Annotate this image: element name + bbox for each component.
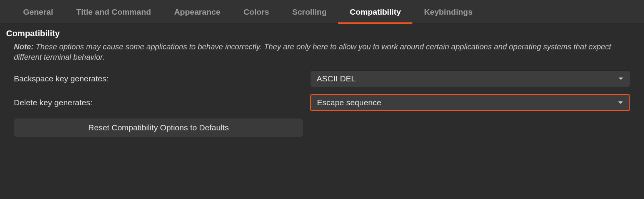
delete-label: Delete key generates: (14, 98, 310, 107)
note-label: Note: (14, 42, 33, 51)
reset-row: Reset Compatibility Options to Defaults (5, 118, 639, 137)
backspace-row: Backspace key generates: ASCII DEL (5, 70, 639, 87)
tab-label: Appearance (174, 7, 220, 17)
tab-appearance[interactable]: Appearance (163, 0, 232, 24)
reset-defaults-button[interactable]: Reset Compatibility Options to Defaults (14, 118, 303, 137)
backspace-label: Backspace key generates: (14, 74, 310, 83)
tab-colors[interactable]: Colors (232, 0, 281, 24)
content-panel: Compatibility Note: These options may ca… (0, 24, 644, 137)
delete-row: Delete key generates: Escape sequence (5, 94, 639, 111)
chevron-down-icon (618, 77, 624, 81)
tab-label: Scrolling (292, 7, 327, 17)
section-title: Compatibility (5, 29, 639, 39)
tab-label: Colors (244, 7, 269, 17)
delete-dropdown[interactable]: Escape sequence (310, 94, 630, 111)
button-label: Reset Compatibility Options to Defaults (88, 123, 229, 132)
tab-keybindings[interactable]: Keybindings (412, 0, 484, 24)
dropdown-value: Escape sequence (317, 98, 381, 107)
tab-label: General (23, 7, 53, 17)
tab-general[interactable]: General (12, 0, 65, 24)
tab-title-and-command[interactable]: Title and Command (65, 0, 162, 24)
note-text: Note: These options may cause some appli… (5, 42, 639, 62)
tab-compatibility[interactable]: Compatibility (338, 0, 412, 24)
tab-scrolling[interactable]: Scrolling (280, 0, 338, 24)
dropdown-value: ASCII DEL (317, 74, 356, 83)
tab-label: Title and Command (76, 7, 151, 17)
chevron-down-icon (618, 101, 623, 105)
note-body: These options may cause some application… (14, 42, 611, 61)
backspace-dropdown[interactable]: ASCII DEL (310, 70, 630, 87)
tab-label: Compatibility (350, 7, 401, 17)
tab-bar: General Title and Command Appearance Col… (0, 0, 644, 24)
tab-label: Keybindings (424, 7, 472, 17)
